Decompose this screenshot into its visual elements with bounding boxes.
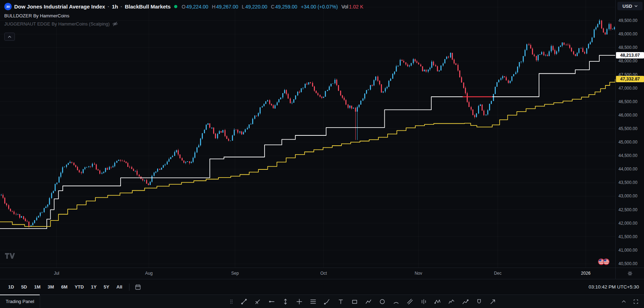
range-button-ytd[interactable]: YTD [71, 282, 87, 292]
trading-panel-tab[interactable]: Trading Panel [0, 295, 40, 308]
price-axis[interactable]: USD 50,000.0049,500.0049,000.0048,500.00… [615, 0, 644, 268]
drag-handle-icon[interactable] [230, 299, 233, 304]
price-tick: 43,000.00 [616, 194, 644, 198]
price-tick: 45,000.00 [616, 140, 644, 145]
indicator-legend-juggernaut[interactable]: JUGGERNAUT EDGE By HammerCoins (Scalping… [4, 21, 363, 27]
axis-settings-corner[interactable] [615, 268, 644, 279]
rectangle-tool-button[interactable] [348, 296, 361, 307]
eye-off-icon[interactable] [112, 21, 118, 27]
chevron-up-icon [621, 298, 627, 305]
high-value: 49,267.00 [216, 4, 238, 10]
cross-line-icon [296, 298, 303, 305]
change-value: +34.00 (+0.07%) [301, 4, 338, 10]
range-button-1y[interactable]: 1Y [88, 282, 100, 292]
chevron-up-icon [8, 36, 11, 38]
brush-tool-button[interactable] [321, 296, 333, 307]
maximize-icon [633, 298, 639, 305]
price-tick: 41,500.00 [616, 234, 644, 239]
range-button-5y[interactable]: 5Y [100, 282, 112, 292]
arrow-marker-tool-button[interactable] [487, 296, 499, 307]
chevron-down-icon [634, 5, 638, 7]
price-tick: 48,000.00 [616, 58, 644, 63]
close-value: 49,259.00 [275, 4, 297, 10]
time-tick: Sep [231, 271, 239, 276]
forecast-tool-button[interactable] [459, 296, 472, 307]
clock-timezone[interactable]: 03:10:42 PM UTC+5:30 [589, 284, 639, 290]
price-tick: 40,500.00 [616, 261, 644, 266]
xabcd-pattern-tool-button[interactable] [431, 296, 444, 307]
open-value: 49,224.00 [186, 4, 208, 10]
time-tick: 2026 [581, 271, 590, 276]
high-label: H [212, 4, 215, 10]
text-tool-button[interactable] [334, 296, 347, 307]
open-label: O [182, 4, 185, 10]
price-tick: 42,000.00 [616, 221, 644, 226]
separator: · [121, 4, 122, 10]
price-range-tool-button[interactable] [279, 296, 292, 307]
arc-tool-button[interactable] [390, 296, 402, 307]
legend-collapse-button[interactable] [4, 33, 15, 41]
currency-selector[interactable]: USD [617, 2, 643, 10]
arc-icon [393, 298, 400, 305]
xabcd-pattern-icon [434, 298, 441, 305]
bars-pattern-icon [420, 298, 427, 305]
price-tick: 47,000.00 [616, 86, 644, 91]
symbol-legend-row[interactable]: 30 Dow Jones Industrial Average Index · … [4, 3, 363, 10]
bulldozer-price-badge: 48,213.07 [616, 52, 644, 58]
divider [129, 284, 129, 291]
time-axis[interactable]: JulAugSepOctNovDec2026 [0, 268, 615, 279]
symbol-logo: 30 [4, 3, 12, 10]
bars-pattern-tool-button[interactable] [417, 296, 430, 307]
polyline-tool-button[interactable] [362, 296, 375, 307]
symbol-title: Dow Jones Industrial Average Index [14, 4, 105, 10]
circle-icon [379, 298, 386, 305]
drawing-tools [230, 295, 499, 308]
tradingview-logo[interactable] [5, 253, 15, 260]
interval-label[interactable]: 1h [112, 4, 118, 10]
price-chart[interactable] [0, 0, 615, 268]
magnet-tool-button[interactable] [473, 296, 485, 307]
range-selector: 1D5D1M3M6MYTD1Y5YAll [5, 282, 126, 292]
indicator-name: JUGGERNAUT EDGE By HammerCoins (Scalping… [4, 21, 110, 27]
trend-line-tool-button[interactable] [238, 296, 250, 307]
price-tick: 41,000.00 [616, 248, 644, 253]
parallel-channel-tool-button[interactable] [404, 296, 416, 307]
text-icon [337, 298, 344, 305]
economic-event-flag-icon[interactable] [603, 258, 610, 265]
circle-tool-button[interactable] [376, 296, 389, 307]
range-button-1d[interactable]: 1D [5, 282, 17, 292]
legend: 30 Dow Jones Industrial Average Index · … [4, 3, 363, 27]
chart-area[interactable]: 30 Dow Jones Industrial Average Index · … [0, 0, 615, 268]
range-button-6m[interactable]: 6M [58, 282, 71, 292]
range-button-5d[interactable]: 5D [18, 282, 30, 292]
separator: · [107, 4, 109, 10]
indicator-legend-bulldozer[interactable]: BULLDOZER By HammerCoins [4, 13, 363, 18]
arrow-marker-icon [489, 298, 496, 305]
price-tick: 46,500.00 [616, 99, 644, 104]
time-tick: Aug [145, 271, 152, 276]
time-tick: Dec [494, 271, 501, 276]
trend-angle-tool-button[interactable] [251, 296, 264, 307]
range-button-all[interactable]: All [113, 282, 126, 292]
fullscreen-button[interactable] [631, 297, 640, 306]
price-tick: 44,000.00 [616, 167, 644, 172]
range-button-1m[interactable]: 1M [31, 282, 44, 292]
rectangle-icon [351, 298, 358, 305]
cross-line-tool-button[interactable] [293, 296, 306, 307]
price-range-icon [282, 298, 289, 305]
horizontal-ray-tool-button[interactable] [265, 296, 278, 307]
polyline-icon [365, 298, 372, 305]
price-tick: 43,500.00 [616, 180, 644, 185]
range-button-3m[interactable]: 3M [44, 282, 57, 292]
price-tick: 49,000.00 [616, 32, 644, 37]
price-tick: 45,500.00 [616, 126, 644, 131]
economic-event-flags[interactable] [598, 258, 610, 265]
low-label: L [242, 4, 245, 10]
horizontal-ray-icon [268, 298, 275, 305]
elliott-wave-tool-button[interactable] [445, 296, 458, 307]
gear-icon[interactable] [627, 270, 633, 276]
price-tick: 46,000.00 [616, 113, 644, 118]
fib-retracement-tool-button[interactable] [307, 296, 320, 307]
panel-expand-button[interactable] [619, 297, 628, 306]
go-to-date-button[interactable] [133, 282, 143, 292]
